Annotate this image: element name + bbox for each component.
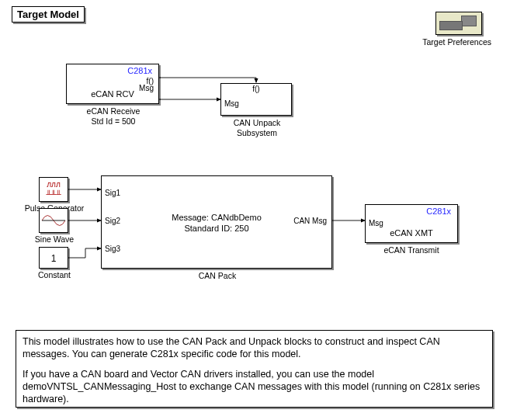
- can-unpack-block[interactable]: f() Msg: [220, 83, 292, 116]
- can-unpack-label1: CAN Unpack: [195, 118, 319, 127]
- ecan-xmt-text: eCAN XMT: [366, 228, 457, 238]
- ecan-rcv-text: eCAN RCV: [67, 89, 158, 99]
- sine-icon: [40, 209, 68, 232]
- fcn-call-port: f(): [221, 85, 291, 93]
- model-title: Target Model: [12, 6, 85, 23]
- target-preferences-block[interactable]: [435, 12, 482, 35]
- ecan-rcv-label1: eCAN Receive: [51, 106, 175, 116]
- pulse-icon: ЛЛЛ╨╨╨: [40, 178, 68, 199]
- sine-wave-block[interactable]: [39, 208, 68, 233]
- c281x-label-xmt: C281x: [426, 207, 451, 216]
- unpack-msg-in: Msg: [224, 99, 239, 108]
- constant-label: Constant: [0, 270, 116, 279]
- sine-label: Sine Wave: [0, 234, 116, 244]
- ecan-receive-block[interactable]: C281x f() Msg eCAN RCV: [66, 64, 159, 104]
- diagram-canvas: Target Model Target Preferences C281x f(…: [0, 0, 510, 420]
- description-p2: If you have a CAN board and Vector CAN d…: [23, 368, 486, 405]
- constant-block[interactable]: 1: [39, 247, 68, 269]
- constant-value: 1: [51, 253, 57, 264]
- ecan-xmt-label: eCAN Transmit: [349, 245, 474, 255]
- xmt-msg-in: Msg: [369, 219, 383, 227]
- description-p1: This model illustrates how to use the CA…: [23, 335, 486, 360]
- canpack-msg-text: Message: CANdbDemo Standard ID: 250: [102, 212, 331, 234]
- description-box: This model illustrates how to use the CA…: [16, 330, 493, 408]
- can-pack-label: CAN Pack: [155, 271, 279, 280]
- pulse-generator-block[interactable]: ЛЛЛ╨╨╨: [39, 177, 68, 202]
- can-pack-block[interactable]: Sig1 Sig2 Sig3 CAN Msg Message: CANdbDem…: [101, 175, 332, 269]
- ecan-rcv-label2: Std Id = 500: [51, 116, 175, 126]
- c281x-label: C281x: [127, 66, 152, 75]
- sig1-in: Sig1: [105, 189, 120, 197]
- ecan-transmit-block[interactable]: C281x Msg eCAN XMT: [365, 204, 458, 243]
- can-unpack-label2: Subsystem: [195, 128, 319, 137]
- target-preferences-label: Target Preferences: [422, 37, 491, 47]
- sig3-in: Sig3: [105, 245, 120, 253]
